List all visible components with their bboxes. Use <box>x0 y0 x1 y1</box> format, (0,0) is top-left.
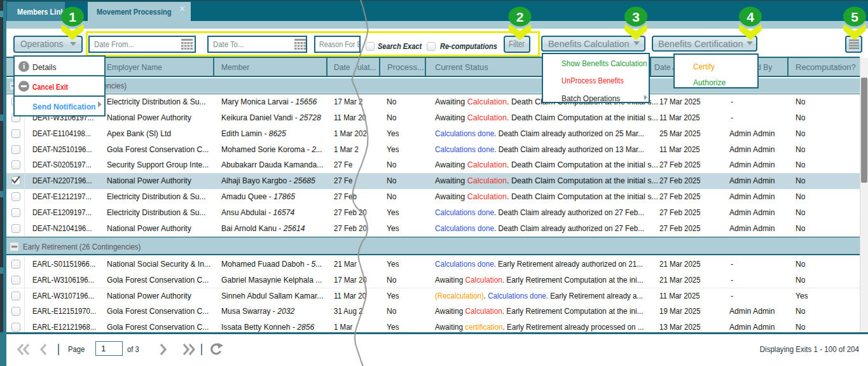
svg-text:2: 2 <box>516 10 524 24</box>
svg-text:1: 1 <box>69 10 76 24</box>
svg-text:3: 3 <box>632 10 640 24</box>
svg-text:5: 5 <box>851 10 858 24</box>
svg-text:4: 4 <box>747 10 754 24</box>
